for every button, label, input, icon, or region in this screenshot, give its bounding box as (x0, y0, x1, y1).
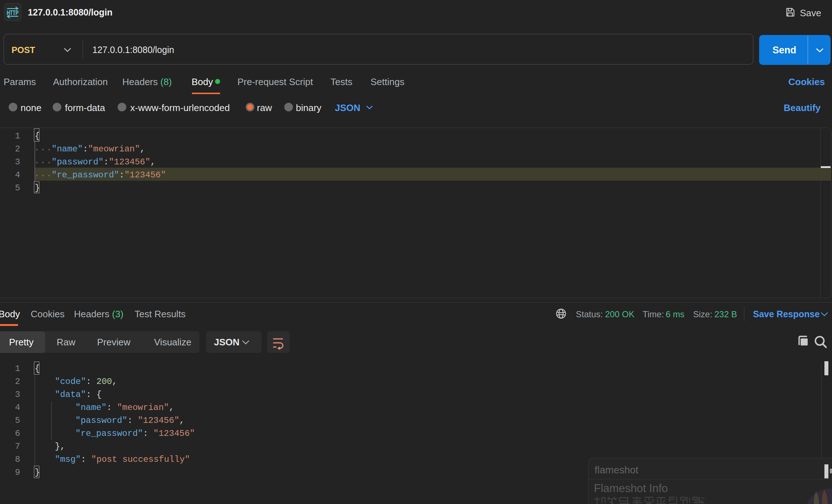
svg-text:HTTP: HTTP (6, 9, 18, 17)
